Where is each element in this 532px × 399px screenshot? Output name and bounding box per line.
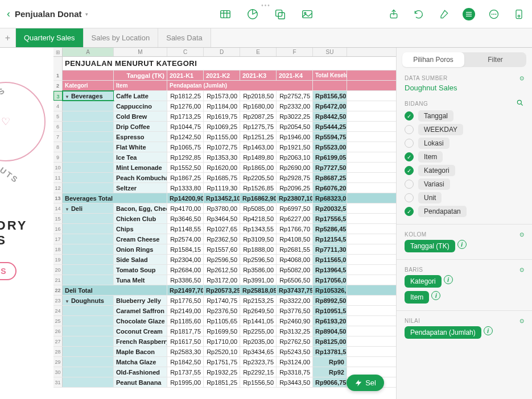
category-cell[interactable] (63, 234, 114, 244)
field-row[interactable]: Unit (405, 192, 524, 203)
table-row[interactable]: 26 Coconut Cream Rp1817,75 Rp1699,50 Rp2… (53, 326, 396, 336)
field-checkbox[interactable]: ✓ (405, 111, 414, 120)
field-checkbox[interactable] (405, 193, 414, 202)
field-row[interactable]: ✓ Item (405, 151, 524, 163)
shape-icon[interactable] (274, 8, 286, 20)
source-name[interactable]: Doughnut Sales (405, 84, 524, 92)
row-num[interactable]: 3 (53, 91, 63, 101)
col-head-a[interactable]: A (63, 48, 114, 56)
field-chip[interactable]: Pendapatan (418, 206, 467, 217)
field-row[interactable]: ✓ Kategori (405, 165, 524, 176)
row-num[interactable]: 19 (53, 255, 63, 264)
kolom-pill[interactable]: Tanggal (TK) (405, 240, 455, 252)
row-num[interactable]: 29 (53, 357, 63, 367)
category-cell[interactable] (63, 173, 114, 182)
field-checkbox[interactable]: ✓ (405, 152, 414, 161)
table-row[interactable]: 28 Maple Bacon Rp2583,30 Rp2520,10 Rp343… (53, 347, 396, 357)
category-cell[interactable] (63, 152, 114, 162)
row-num[interactable]: 10 (53, 163, 63, 172)
media-icon[interactable] (301, 8, 314, 20)
kolom-more-icon[interactable]: ⊙ (519, 231, 525, 238)
row-num[interactable]: 18 (53, 244, 63, 254)
field-checkbox[interactable] (405, 139, 414, 148)
table-row[interactable]: 19 Side Salad Rp2304,00 Rp2596,50 Rp2596… (53, 255, 396, 265)
title-dropdown-icon[interactable]: ▾ (85, 11, 88, 17)
table-row[interactable]: 4 Cappuccino Rp1276,00 Rp1184,00 Rp1680,… (53, 101, 396, 111)
row-num[interactable]: 4 (53, 101, 63, 111)
seg-filter[interactable]: Filter (464, 52, 526, 67)
subtotal-row[interactable]: 22 Deli Total Rp21497,70 Rp20573,25 Rp25… (53, 285, 396, 296)
row-num[interactable]: 28 (53, 347, 63, 356)
row-num[interactable]: 17 (53, 234, 63, 244)
field-row[interactable]: WEEKDAY (405, 124, 524, 135)
row-num[interactable]: 9 (53, 152, 63, 162)
category-cell[interactable] (63, 357, 114, 367)
table-row[interactable]: 16 Chips Rp1148,55 Rp1027,65 Rp1343,55 R… (53, 224, 396, 234)
row-num[interactable]: 23 (53, 296, 63, 305)
select-all-corner[interactable]: ⊞ (53, 48, 63, 56)
table-row[interactable]: 23 ▼Doughnuts Blueberry Jelly Rp1776,50 … (53, 296, 396, 306)
col-head-d[interactable]: D (204, 48, 240, 56)
table-row[interactable]: 25 Chocolate Glaze Rp1185,60 Rp1105,65 R… (53, 316, 396, 326)
chart-icon[interactable] (246, 8, 259, 20)
category-cell[interactable] (63, 377, 114, 387)
category-cell[interactable] (63, 255, 114, 264)
category-cell[interactable] (63, 224, 114, 234)
field-chip[interactable]: Variasi (418, 178, 450, 190)
table-row[interactable]: 20 Tomato Soup Rp2684,00 Rp2612,50 Rp358… (53, 265, 396, 275)
more-icon[interactable] (488, 8, 500, 20)
table-row[interactable]: 31 Peanut Banana Rp1995,00 Rp1851,25 Rp1… (53, 377, 396, 388)
table-row[interactable]: 8 Flat White Rp1065,75 Rp1072,75 Rp1463,… (53, 142, 396, 152)
row-num[interactable]: 6 (53, 122, 63, 131)
field-chip[interactable]: Item (418, 151, 443, 163)
table-row[interactable]: 29 Matcha Glaze Rp1842,50 Rp1751,75 Rp23… (53, 357, 396, 367)
category-cell[interactable] (63, 214, 114, 223)
disclosure-icon[interactable]: ▼ (65, 207, 69, 212)
tab-sales-data[interactable]: Sales Data (158, 28, 211, 47)
table-row[interactable]: 14 ▼Deli Bacon, Egg, Cheese Rp4170,00 Rp… (53, 203, 396, 214)
col-head-f[interactable]: F (277, 48, 313, 56)
table-row[interactable]: 3 ▼Beverages Caffe Latte Rp1812,25 Rp157… (53, 91, 396, 101)
row-num[interactable]: 12 (53, 183, 63, 193)
row-num[interactable]: 13 (53, 193, 63, 203)
field-chip[interactable]: Kategori (418, 165, 455, 176)
category-cell[interactable] (63, 183, 114, 193)
document-title[interactable]: Penjualan Donat (15, 9, 82, 19)
table-row[interactable]: 18 Onion Rings Rp1584,15 Rp1557,60 Rp188… (53, 244, 396, 255)
organize-icon[interactable] (463, 8, 475, 20)
category-cell[interactable] (63, 111, 114, 121)
row-num[interactable]: 25 (53, 316, 63, 326)
row-num[interactable]: 7 (53, 132, 63, 142)
source-more-icon[interactable]: ⊙ (519, 75, 525, 81)
table-row[interactable]: 6 Drip Coffee Rp1044,75 Rp1069,25 Rp1275… (53, 122, 396, 132)
pivot-table[interactable]: ⊞ A M C D E F SU PENJUALAN MENURUT KATEG… (53, 48, 396, 399)
baris-more-icon[interactable]: ⊙ (519, 267, 525, 273)
row-num[interactable] (53, 57, 63, 70)
table-row[interactable]: 27 French Raspberry Rp1617,50 Rp1710,00 … (53, 336, 396, 347)
nilai-more-icon[interactable]: ⊙ (519, 318, 525, 324)
field-checkbox[interactable] (405, 180, 414, 189)
disclosure-icon[interactable]: ▼ (65, 299, 69, 304)
field-checkbox[interactable] (405, 125, 414, 134)
disclosure-icon[interactable]: ▼ (65, 94, 69, 99)
row-num[interactable]: 8 (53, 142, 63, 152)
category-cell[interactable] (63, 316, 114, 326)
col-head-m[interactable]: M (114, 48, 167, 56)
category-cell[interactable] (63, 306, 114, 315)
row-num[interactable]: 16 (53, 224, 63, 234)
field-chip[interactable]: Lokasi (418, 138, 449, 149)
category-cell[interactable]: ▼Deli (63, 203, 114, 213)
table-row[interactable]: 10 Mint Lemonade Rp1552,50 Rp1620,00 Rp1… (53, 163, 396, 173)
table-row[interactable]: 5 Cold Brew Rp1713,25 Rp1619,75 Rp2087,2… (53, 111, 396, 122)
table-row[interactable]: 7 Espresso Rp1242,50 Rp1155,00 Rp1251,25… (53, 132, 396, 142)
field-row[interactable]: Variasi (405, 178, 524, 190)
row-num[interactable]: 14 (53, 203, 63, 213)
field-chip[interactable]: Unit (418, 192, 442, 203)
baris-pill-kategori[interactable]: Kategori (405, 275, 442, 288)
table-row[interactable]: 30 Old-Fashioned Rp1737,55 Rp1932,25 Rp2… (53, 367, 396, 377)
cell-fab-button[interactable]: Sel (347, 375, 384, 391)
info-icon[interactable]: i (444, 275, 453, 284)
row-num[interactable]: 20 (53, 265, 63, 275)
tab-quarterly-sales[interactable]: Quarterly Sales (16, 28, 84, 47)
category-cell[interactable] (63, 336, 114, 346)
